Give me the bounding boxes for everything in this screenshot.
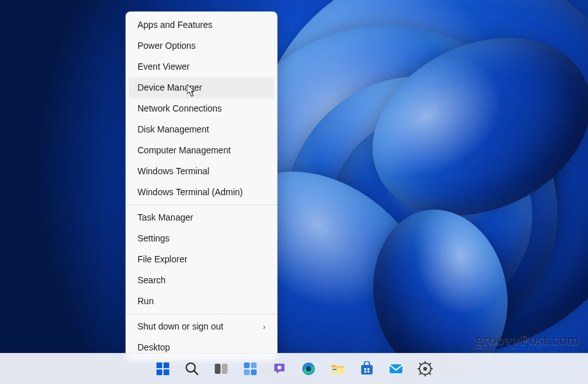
menu-item-label: Event Viewer xyxy=(137,56,189,77)
menu-search[interactable]: Search xyxy=(129,270,274,291)
svg-rect-8 xyxy=(251,362,257,368)
svg-rect-0 xyxy=(157,362,162,368)
file-explorer-button[interactable] xyxy=(325,356,350,381)
svg-rect-16 xyxy=(361,365,373,374)
menu-item-label: Task Manager xyxy=(137,207,193,228)
menu-item-label: Apps and Features xyxy=(137,15,212,35)
menu-item-label: Network Connections xyxy=(137,98,222,119)
settings-icon xyxy=(418,361,433,376)
svg-point-11 xyxy=(278,366,281,369)
svg-rect-14 xyxy=(331,368,344,374)
menu-item-label: Shut down or sign out xyxy=(137,316,223,337)
menu-windows-terminal[interactable]: Windows Terminal xyxy=(129,161,274,182)
svg-rect-2 xyxy=(157,369,162,375)
menu-item-label: Power Options xyxy=(137,35,196,56)
chat-icon xyxy=(272,361,287,376)
svg-rect-1 xyxy=(163,362,169,368)
svg-rect-9 xyxy=(244,369,250,375)
menu-file-explorer[interactable]: File Explorer xyxy=(129,249,274,270)
menu-item-label: Run xyxy=(137,291,154,312)
settings-button[interactable] xyxy=(412,356,438,381)
mail-button[interactable] xyxy=(383,356,409,381)
svg-rect-18 xyxy=(368,368,369,370)
widgets-icon xyxy=(243,361,258,376)
menu-item-label: File Explorer xyxy=(137,249,188,270)
svg-rect-3 xyxy=(163,369,169,375)
store-button[interactable] xyxy=(354,356,380,381)
svg-rect-7 xyxy=(244,362,250,368)
menu-shutdown[interactable]: Shut down or sign out› xyxy=(129,316,274,337)
edge-icon xyxy=(301,361,316,376)
menu-item-label: Device Manager xyxy=(137,77,202,98)
menu-device-manager[interactable]: Device Manager xyxy=(129,77,274,98)
start-button[interactable] xyxy=(150,356,176,381)
start-icon xyxy=(155,361,170,376)
svg-rect-19 xyxy=(364,371,366,373)
store-icon xyxy=(359,361,374,376)
menu-item-label: Windows Terminal (Admin) xyxy=(137,182,243,203)
svg-rect-10 xyxy=(251,369,257,375)
file-explorer-icon xyxy=(330,361,345,376)
menu-item-label: Search xyxy=(137,270,165,291)
menu-item-label: Settings xyxy=(137,228,170,249)
desktop-wallpaper[interactable] xyxy=(0,0,588,384)
menu-computer-management[interactable]: Computer Management xyxy=(129,140,274,161)
menu-power-options[interactable]: Power Options xyxy=(129,35,274,56)
search-button[interactable] xyxy=(179,356,205,381)
menu-separator xyxy=(126,314,277,314)
svg-rect-15 xyxy=(333,369,336,370)
svg-rect-6 xyxy=(222,364,227,374)
menu-task-manager[interactable]: Task Manager xyxy=(129,207,274,228)
widgets-button[interactable] xyxy=(238,356,263,381)
menu-network-connections[interactable]: Network Connections xyxy=(129,98,274,119)
menu-disk-management[interactable]: Disk Management xyxy=(129,119,274,140)
menu-item-label: Windows Terminal xyxy=(137,161,209,182)
menu-item-label: Computer Management xyxy=(137,140,231,161)
svg-rect-20 xyxy=(368,371,369,373)
menu-separator xyxy=(126,205,277,205)
menu-run[interactable]: Run xyxy=(129,291,274,312)
chevron-right-icon: › xyxy=(263,323,265,331)
svg-rect-21 xyxy=(390,364,402,373)
edge-button[interactable] xyxy=(296,356,321,381)
winx-context-menu[interactable]: Apps and FeaturesPower OptionsEvent View… xyxy=(125,11,278,361)
mail-icon xyxy=(388,361,404,376)
svg-point-13 xyxy=(306,366,311,371)
task-view-icon xyxy=(214,361,229,376)
watermark-text: groovyPost.com xyxy=(475,331,579,349)
svg-rect-17 xyxy=(364,368,366,370)
menu-event-viewer[interactable]: Event Viewer xyxy=(129,56,274,77)
search-icon xyxy=(184,361,200,376)
menu-item-label: Disk Management xyxy=(137,119,209,140)
task-view-button[interactable] xyxy=(208,356,234,381)
menu-windows-terminal-admin[interactable]: Windows Terminal (Admin) xyxy=(129,182,274,203)
menu-settings[interactable]: Settings xyxy=(129,228,274,249)
svg-point-23 xyxy=(423,367,427,371)
menu-apps-and-features[interactable]: Apps and Features xyxy=(129,15,274,35)
chat-button[interactable] xyxy=(267,356,292,381)
svg-rect-5 xyxy=(215,364,220,374)
taskbar xyxy=(0,353,588,384)
